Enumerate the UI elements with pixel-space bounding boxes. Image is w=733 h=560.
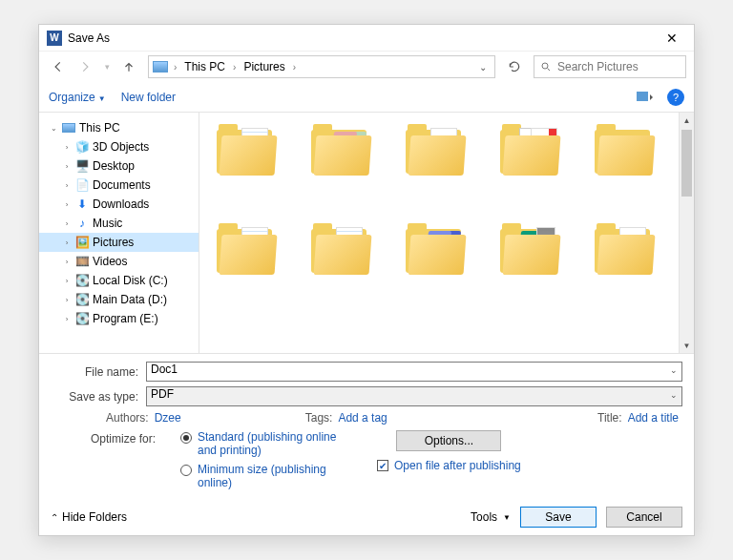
save-button[interactable]: Save <box>520 507 597 528</box>
tree-item-music[interactable]: ›♪Music <box>39 214 199 233</box>
tree-item-documents[interactable]: ›📄Documents <box>39 176 199 195</box>
folder-item[interactable] <box>406 221 472 279</box>
folder-item[interactable] <box>595 122 661 179</box>
chevron-right-icon[interactable]: › <box>62 200 72 209</box>
hide-folders-button[interactable]: ⌃ Hide Folders <box>51 510 127 524</box>
music-icon: ♪ <box>74 217 90 230</box>
cancel-button[interactable]: Cancel <box>606 507 682 528</box>
breadcrumb-current[interactable]: Pictures <box>240 58 288 75</box>
folder-item[interactable] <box>311 221 378 279</box>
authors-label: Authors: <box>106 411 149 425</box>
chevron-right-icon[interactable]: › <box>62 239 72 247</box>
folder-item[interactable] <box>500 221 567 279</box>
scroll-up-icon[interactable]: ▲ <box>680 113 694 128</box>
tree-item-local-disk-c[interactable]: ›💽Local Disk (C:) <box>39 271 199 290</box>
folder-item[interactable] <box>217 221 283 279</box>
optimize-standard-radio[interactable]: Standard (publishing online and printing… <box>180 430 352 457</box>
title-label: Title: <box>597 411 622 425</box>
chevron-down-icon[interactable]: ⌄ <box>670 365 678 375</box>
cube-icon: 🧊 <box>74 140 90 154</box>
tags-value[interactable]: Add a tag <box>338 411 387 425</box>
folder-item[interactable] <box>217 122 283 179</box>
chevron-right-icon[interactable]: › <box>62 277 72 285</box>
filename-label: File name: <box>51 365 146 379</box>
radio-icon <box>180 465 192 476</box>
arrow-up-icon <box>122 60 136 73</box>
view-button[interactable] <box>633 88 658 107</box>
chevron-down-icon: ▼ <box>503 513 511 522</box>
drive-icon: 💽 <box>74 312 90 325</box>
chevron-down-icon[interactable]: ⌄ <box>670 390 678 400</box>
folder-grid <box>199 113 679 353</box>
help-button[interactable]: ? <box>667 89 684 106</box>
chevron-right-icon[interactable]: › <box>62 258 72 266</box>
arrow-left-icon <box>52 60 65 73</box>
content-area: ▲ ▼ <box>199 113 694 353</box>
chevron-right-icon[interactable]: › <box>172 62 178 73</box>
folder-item[interactable] <box>500 122 567 179</box>
desktop-icon: 🖥️ <box>74 159 90 173</box>
filename-input[interactable]: Doc1⌄ <box>146 362 682 382</box>
recent-dropdown[interactable]: ▾ <box>100 55 114 78</box>
footer: ⌃ Hide Folders Tools ▼ Save Cancel <box>39 499 694 535</box>
search-box[interactable]: Search Pictures <box>534 55 686 78</box>
breadcrumb-root[interactable]: This PC <box>180 58 229 75</box>
type-select[interactable]: PDF⌄ <box>146 386 682 406</box>
tree-item-main-data-d[interactable]: ›💽Main Data (D:) <box>39 290 199 309</box>
options-button[interactable]: Options... <box>396 430 501 451</box>
tree-item-program-e[interactable]: ›💽Program (E:) <box>39 309 199 328</box>
vertical-scrollbar[interactable]: ▲ ▼ <box>679 113 694 353</box>
chevron-right-icon[interactable]: › <box>62 162 72 171</box>
chevron-down-icon[interactable]: ⌄ <box>49 124 58 133</box>
word-icon: W <box>47 31 62 46</box>
dialog-title: Save As <box>68 31 658 45</box>
folder-item[interactable] <box>406 122 472 179</box>
pc-icon <box>61 121 76 135</box>
documents-icon: 📄 <box>74 178 90 192</box>
chevron-right-icon[interactable]: › <box>62 219 72 228</box>
folder-item[interactable] <box>311 122 378 179</box>
chevron-right-icon[interactable]: › <box>62 315 72 323</box>
view-icon <box>637 91 654 104</box>
optimize-label: Optimize for: <box>89 430 156 495</box>
arrow-right-icon <box>78 60 92 73</box>
scroll-down-icon[interactable]: ▼ <box>680 338 694 353</box>
tree-root[interactable]: ⌄ This PC <box>39 118 199 137</box>
tree-item-downloads[interactable]: ›⬇Downloads <box>39 195 199 214</box>
up-button[interactable] <box>117 55 140 78</box>
back-button[interactable] <box>47 55 70 78</box>
svg-point-0 <box>542 63 548 69</box>
close-button[interactable]: ✕ <box>658 31 686 46</box>
address-bar[interactable]: › This PC › Pictures › ⌄ <box>148 55 495 78</box>
checkbox-icon: ✔ <box>377 460 388 471</box>
tree-item-videos[interactable]: ›🎞️Videos <box>39 252 199 271</box>
chevron-right-icon[interactable]: › <box>62 181 72 190</box>
chevron-right-icon[interactable]: › <box>291 62 298 73</box>
scroll-thumb[interactable] <box>681 130 692 197</box>
title-value[interactable]: Add a title <box>628 411 679 425</box>
type-label: Save as type: <box>51 390 146 404</box>
pictures-icon: 🖼️ <box>74 236 90 249</box>
svg-rect-1 <box>637 92 648 101</box>
nav-tree: ⌄ This PC ›🧊3D Objects ›🖥️Desktop ›📄Docu… <box>39 113 199 353</box>
downloads-icon: ⬇ <box>74 197 90 211</box>
optimize-minimum-radio[interactable]: Minimum size (publishing online) <box>180 463 352 489</box>
tree-item-3d-objects[interactable]: ›🧊3D Objects <box>39 137 199 156</box>
organize-button[interactable]: Organize▼ <box>49 91 106 104</box>
forward-button[interactable] <box>73 55 96 78</box>
new-folder-button[interactable]: New folder <box>121 91 176 104</box>
tree-item-desktop[interactable]: ›🖥️Desktop <box>39 156 199 176</box>
address-dropdown[interactable]: ⌄ <box>475 62 491 73</box>
refresh-button[interactable] <box>503 55 526 78</box>
search-icon <box>540 61 552 73</box>
folder-item[interactable] <box>595 221 661 279</box>
chevron-right-icon[interactable]: › <box>231 62 238 73</box>
tree-item-pictures[interactable]: ›🖼️Pictures <box>39 233 199 252</box>
tools-menu[interactable]: Tools ▼ <box>471 510 511 524</box>
chevron-right-icon[interactable]: › <box>62 143 72 152</box>
body: ⌄ This PC ›🧊3D Objects ›🖥️Desktop ›📄Docu… <box>39 113 694 354</box>
open-after-checkbox[interactable]: ✔ Open file after publishing <box>377 459 521 472</box>
authors-value[interactable]: Dzee <box>155 411 181 425</box>
search-placeholder: Search Pictures <box>557 60 639 73</box>
chevron-right-icon[interactable]: › <box>62 296 72 304</box>
